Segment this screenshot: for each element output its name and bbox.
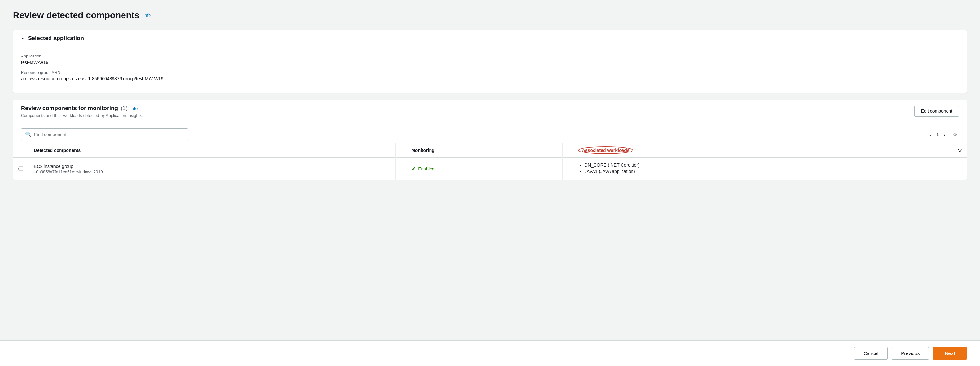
row-monitoring-cell: ✔ Enabled — [406, 158, 562, 180]
selected-application-body: Application test-MW-W19 Resource group A… — [13, 47, 967, 93]
th-divider-1 — [396, 143, 406, 158]
edit-component-button[interactable]: Edit component — [915, 106, 959, 117]
row-sort-cell — [903, 158, 967, 180]
search-row: 🔍 ‹ 1 › ⚙ — [13, 123, 967, 143]
monitoring-header-left: Review components for monitoring (1) Inf… — [21, 105, 143, 118]
th-associated-workloads: Associated workloads — [573, 143, 903, 158]
th-monitoring: Monitoring — [406, 143, 562, 158]
collapse-icon[interactable]: ▼ — [21, 36, 25, 41]
pagination-row: ‹ 1 › ⚙ — [927, 130, 959, 139]
workload-item: JAVA1 (JAVA application) — [584, 169, 898, 174]
pagination-settings-button[interactable]: ⚙ — [951, 130, 959, 139]
page-title: Review detected components — [13, 10, 140, 21]
monitoring-count: (1) — [121, 105, 128, 112]
row-workloads-cell: DN_CORE (.NET Core tier)JAVA1 (JAVA appl… — [573, 158, 903, 180]
selected-application-card: ▼ Selected application Application test-… — [13, 30, 967, 93]
row-radio-input[interactable] — [18, 166, 24, 171]
selected-application-title: Selected application — [28, 35, 84, 42]
cancel-button[interactable]: Cancel — [854, 347, 888, 360]
page-container: Review detected components Info ▼ Select… — [0, 0, 980, 197]
search-box: 🔍 — [21, 128, 188, 140]
row-divider-2 — [562, 158, 573, 180]
row-radio-cell — [13, 158, 29, 180]
workload-item: DN_CORE (.NET Core tier) — [584, 162, 898, 168]
th-sort[interactable]: ▽ — [903, 143, 967, 158]
application-value: test-MW-W19 — [21, 60, 959, 65]
pagination-prev-button[interactable]: ‹ — [927, 130, 934, 139]
resource-group-value: arn:aws:resource-groups:us-east-1:856960… — [21, 76, 959, 81]
table-body: EC2 instance groupi-0a0858a7fd11cd51c: w… — [13, 158, 967, 180]
component-id: i-0a0858a7fd11cd51c: windows 2019 — [34, 170, 390, 174]
monitoring-card-header: Review components for monitoring (1) Inf… — [13, 100, 967, 123]
search-icon: 🔍 — [25, 131, 32, 138]
monitoring-subtitle: Components and their workloads detected … — [21, 113, 143, 118]
selected-application-header: ▼ Selected application — [13, 30, 967, 47]
monitoring-title-row: Review components for monitoring (1) Inf… — [21, 105, 143, 112]
table-row: EC2 instance groupi-0a0858a7fd11cd51c: w… — [13, 158, 967, 180]
previous-button[interactable]: Previous — [892, 347, 929, 360]
search-input[interactable] — [34, 132, 184, 137]
pagination-next-button[interactable]: › — [942, 130, 948, 139]
application-field-group: Application test-MW-W19 — [21, 54, 959, 65]
monitoring-info-link[interactable]: Info — [130, 106, 138, 111]
application-label: Application — [21, 54, 959, 59]
th-associated-workloads-label: Associated workloads — [578, 146, 633, 154]
resource-group-field-group: Resource group ARN arn:aws:resource-grou… — [21, 70, 959, 81]
pagination-page-num: 1 — [936, 132, 939, 137]
component-name: EC2 instance group — [34, 164, 390, 169]
th-divider-2 — [562, 143, 573, 158]
workloads-list: DN_CORE (.NET Core tier)JAVA1 (JAVA appl… — [578, 162, 898, 174]
table-header-row: Detected components Monitoring Associate… — [13, 143, 967, 158]
monitoring-card: Review components for monitoring (1) Inf… — [13, 100, 967, 181]
row-component-name-cell: EC2 instance groupi-0a0858a7fd11cd51c: w… — [29, 158, 396, 180]
monitoring-status: ✔ Enabled — [411, 165, 557, 173]
enabled-checkmark-icon: ✔ — [411, 165, 416, 173]
page-title-row: Review detected components Info — [13, 10, 967, 21]
components-table: Detected components Monitoring Associate… — [13, 143, 967, 180]
monitoring-title: Review components for monitoring — [21, 105, 118, 112]
bottom-bar: Cancel Previous Next — [0, 340, 980, 366]
row-divider-1 — [396, 158, 406, 180]
next-button[interactable]: Next — [933, 347, 967, 360]
page-info-link[interactable]: Info — [143, 13, 151, 18]
resource-group-label: Resource group ARN — [21, 70, 959, 75]
th-detected-components: Detected components — [29, 143, 396, 158]
th-radio — [13, 143, 29, 158]
